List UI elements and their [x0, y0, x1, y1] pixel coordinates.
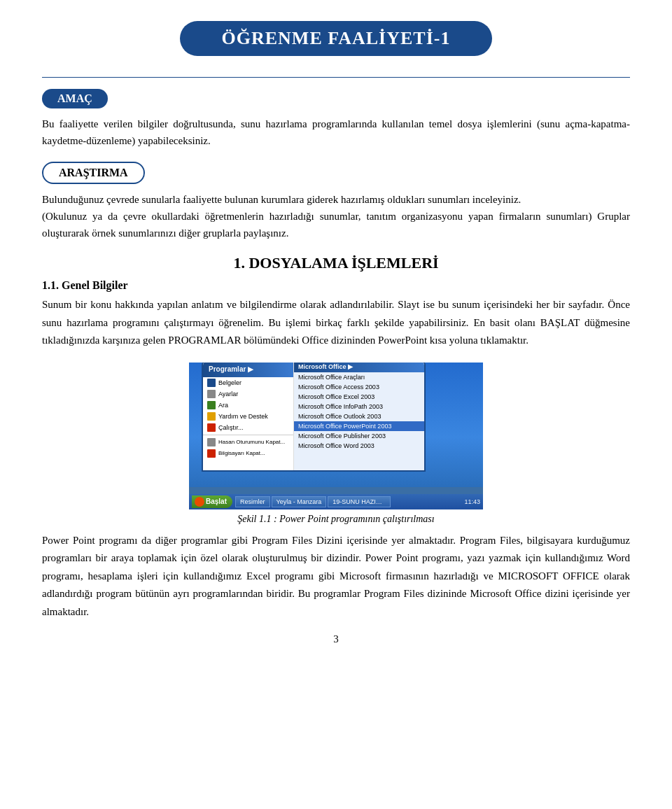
- xp-taskbar: Başlat Resimler Yeyla - Manzara 19-SUNU …: [189, 494, 483, 509]
- header-divider: [42, 77, 630, 78]
- taskbar-item-yeyla: Yeyla - Manzara: [272, 496, 327, 507]
- start-menu: Programlar ▶ Belgeler Ayarlar Ara Yardım…: [202, 363, 426, 472]
- body-text-1: Sunum bir konu hakkında yapılan anlatım …: [42, 296, 630, 350]
- screenshot-container: Windows XP Professional Programlar ▶ Bel…: [42, 363, 630, 525]
- figure-caption: Şekil 1.1 : Power Point programının çalı…: [237, 514, 434, 525]
- menu-icon-yardim: [207, 412, 216, 421]
- main-section-title: 1. DOSYALAMA İŞLEMLERİ: [42, 254, 630, 272]
- page-title: ÖĞRENME FAALİYETİ-1: [180, 21, 493, 56]
- body-text-2: Power Point programı da diğer programlar…: [42, 532, 630, 621]
- menu-icon-ara: [207, 401, 216, 409]
- menu-item-bilgisayar-kapat: Bilgisayarı Kapat...: [203, 448, 293, 459]
- menu-icon-belgeler: [207, 379, 216, 387]
- arastirma-label: ARAŞTIRMA: [42, 162, 145, 184]
- taskbar-clock: 11:43: [464, 498, 480, 505]
- submenu-title: Microsoft Office ▶: [294, 363, 424, 372]
- xp-desktop: Programlar ▶ Belgeler Ayarlar Ara Yardım…: [189, 363, 483, 487]
- menu-item-oturum: Hasan Oturumunu Kapat...: [203, 437, 293, 448]
- taskbar-item-resimler: Resimler: [235, 496, 270, 507]
- start-menu-right: Microsoft Office ▶ Microsoft Office Araç…: [294, 363, 424, 470]
- page: ÖĞRENME FAALİYETİ-1 AMAÇ Bu faaliyette v…: [0, 0, 672, 809]
- submenu-publisher: Microsoft Office Publisher 2003: [294, 431, 424, 441]
- arastirma-text1: Bulunduğunuz çevrede sunularla faaliyett…: [42, 191, 630, 208]
- submenu-outlook: Microsoft Office Outlook 2003: [294, 411, 424, 421]
- menu-item-calistir: Çalıştır...: [203, 422, 293, 433]
- menu-icon-ayarlar: [207, 390, 216, 398]
- menu-item-ayarlar: Ayarlar: [203, 388, 293, 400]
- menu-item-yardim: Yardım ve Destek: [203, 411, 293, 422]
- menu-icon-calistir: [207, 423, 216, 432]
- start-menu-left: Programlar ▶ Belgeler Ayarlar Ara Yardım…: [203, 363, 294, 470]
- xp-start-button[interactable]: Başlat: [192, 495, 232, 508]
- header-box: ÖĞRENME FAALİYETİ-1: [42, 21, 630, 56]
- start-menu-header: Programlar ▶: [203, 363, 293, 377]
- submenu-word: Microsoft Office Word 2003: [294, 441, 424, 451]
- subsection-label: 1.1. Genel Bilgiler: [42, 279, 630, 292]
- menu-icon-bilgisayar-kapat: [207, 449, 216, 458]
- page-number: 3: [42, 633, 630, 645]
- submenu-powerpoint: Microsoft Office PowerPoint 2003: [294, 421, 424, 431]
- submenu-tools: Microsoft Office Araçları: [294, 372, 424, 382]
- menu-icon-oturum: [207, 438, 216, 446]
- arastirma-section: ARAŞTIRMA Bulunduğunuz çevrede sunularla…: [42, 162, 630, 241]
- submenu-infopath: Microsoft Office InfoPath 2003: [294, 402, 424, 411]
- amac-text: Bu faaliyette verilen bilgiler doğrultus…: [42, 115, 630, 149]
- submenu-excel: Microsoft Office Excel 2003: [294, 392, 424, 402]
- sub-section: 1.1. Genel Bilgiler Sunum bir konu hakkı…: [42, 279, 630, 350]
- submenu-access: Microsoft Office Access 2003: [294, 382, 424, 392]
- taskbar-item-sunu: 19-SUNU HAZIRLAMA...: [328, 496, 391, 507]
- arastirma-text2: (Okulunuz ya da çevre okullardaki öğretm…: [42, 208, 630, 241]
- taskbar-items: Resimler Yeyla - Manzara 19-SUNU HAZIRLA…: [235, 496, 464, 507]
- amac-label: AMAÇ: [42, 89, 108, 108]
- screenshot-image: Windows XP Professional Programlar ▶ Bel…: [189, 363, 483, 509]
- windows-logo-icon: [195, 497, 204, 507]
- menu-item-ara: Ara: [203, 400, 293, 411]
- amac-section: AMAÇ Bu faaliyette verilen bilgiler doğr…: [42, 89, 630, 149]
- menu-item-belgeler: Belgeler: [203, 377, 293, 388]
